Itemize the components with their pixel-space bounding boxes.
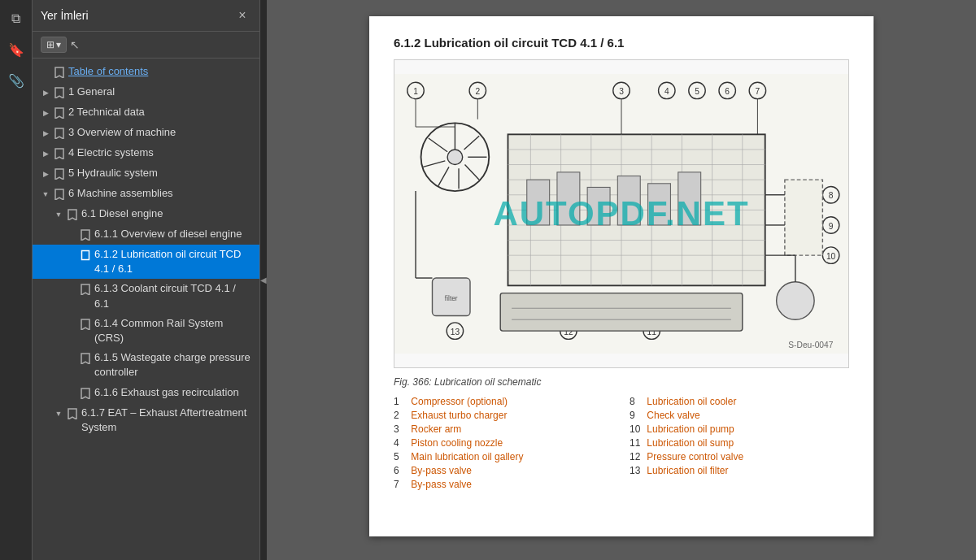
- tree-item-1-general[interactable]: 1 General: [33, 82, 259, 102]
- item-3-label: 3 Overview of machine: [68, 125, 253, 140]
- tree-item-6-assemblies[interactable]: 6 Machine assemblies: [33, 184, 259, 204]
- legend-item: 5 Main lubrication oil gallery: [394, 451, 613, 462]
- expand-icon-3: [39, 126, 52, 141]
- svg-text:9: 9: [829, 222, 834, 231]
- cursor-icon: ↖: [70, 38, 80, 51]
- no-expand-icon-6.1.3: [65, 282, 78, 297]
- no-expand-icon: [39, 65, 52, 80]
- bookmark-icon-4: [54, 146, 65, 161]
- svg-text:S-Deu-0047: S-Deu-0047: [788, 341, 833, 349]
- svg-text:6: 6: [725, 87, 730, 96]
- tree-item-6.1.6-exhaust[interactable]: 6.1.6 Exhaust gas recirculation: [33, 383, 259, 403]
- svg-text:4: 4: [664, 87, 669, 96]
- tree-item-2-technical[interactable]: 2 Technical data: [33, 102, 259, 123]
- tree-item-4-electric[interactable]: 4 Electric systems: [33, 143, 259, 163]
- resize-handle[interactable]: [260, 0, 267, 560]
- bookmark-icon-3: [54, 126, 65, 141]
- svg-text:3: 3: [619, 87, 624, 96]
- svg-text:10: 10: [826, 252, 836, 261]
- item-1-label: 1 General: [68, 85, 253, 99]
- tree-item-6.1.5-wastegate[interactable]: 6.1.5 Wastegate charge pressure controll…: [33, 348, 259, 382]
- legend-item: 6 By-pass valve: [394, 465, 613, 476]
- attachment-icon-btn[interactable]: 📎: [4, 68, 28, 93]
- bookmark-nav-icon: 🔖: [8, 42, 24, 58]
- pages-icon-btn[interactable]: ⧉: [4, 7, 28, 31]
- svg-rect-62: [785, 180, 823, 255]
- item-5-label: 5 Hydraulic system: [68, 166, 253, 180]
- legend-item: 8 Lubrication oil cooler: [630, 396, 849, 407]
- expand-icon-2: [39, 106, 52, 120]
- expand-icon-6: [39, 187, 52, 202]
- bookmarks-tree[interactable]: Table of contents 1 General 2 Technical …: [33, 59, 259, 560]
- tree-item-5-hydraulic[interactable]: 5 Hydraulic system: [33, 163, 259, 184]
- item-6.1.4-label: 6.1.4 Common Rail System (CRS): [94, 316, 253, 345]
- section-title: 6.1.2 Lubrication oil circuit TCD 4.1 / …: [394, 36, 849, 50]
- legend-item: 2 Exhaust turbo charger: [394, 410, 613, 421]
- bookmark-icon-6.1.1: [80, 228, 91, 242]
- item-6.1.1-label: 6.1.1 Overview of diesel engine: [94, 227, 253, 241]
- tree-item-toc[interactable]: Table of contents: [33, 62, 259, 82]
- bookmark-icon-1: [54, 85, 65, 100]
- svg-rect-65: [500, 293, 743, 332]
- svg-point-29: [447, 150, 463, 165]
- pages-icon: ⧉: [11, 11, 20, 26]
- no-expand-icon-6.1.2: [65, 248, 78, 263]
- sidebar-panel: Yer İmleri × ⊞ ▾ ↖ Table of contents 1 G…: [33, 0, 260, 560]
- svg-text:filter: filter: [445, 294, 458, 302]
- legend-item: 4 Piston cooling nozzle: [394, 437, 613, 449]
- svg-text:5: 5: [695, 87, 699, 96]
- legend-item: 11 Lubrication oil sump: [630, 437, 849, 449]
- bookmark-icon-5: [54, 167, 65, 181]
- legend-item: 13 Lubrication oil filter: [630, 465, 849, 476]
- tree-item-6.1.4-crs[interactable]: 6.1.4 Common Rail System (CRS): [33, 314, 259, 348]
- bookmark-icon-6.1.6: [80, 386, 91, 401]
- svg-point-68: [777, 282, 815, 320]
- bookmark-icon-toc: [54, 65, 65, 80]
- bookmark-icon-6.1: [67, 207, 78, 222]
- main-content: 6.1.2 Lubrication oil circuit TCD 4.1 / …: [267, 0, 976, 560]
- tree-item-6.1-diesel[interactable]: 6.1 Diesel engine: [33, 204, 259, 224]
- item-6-label: 6 Machine assemblies: [68, 186, 253, 201]
- legend-item: 7 By-pass valve: [394, 479, 613, 490]
- expand-grid-icon: ⊞: [46, 39, 54, 50]
- tree-item-6.1.3-coolant[interactable]: 6.1.3 Coolant circuit TCD 4.1 / 6.1: [33, 279, 259, 313]
- expand-toolbar-button[interactable]: ⊞ ▾: [41, 37, 67, 53]
- diagram-container: AUTOPDF.NET 1 2 3 4 5 6 7: [394, 59, 849, 368]
- bookmark-icon-2: [54, 106, 65, 120]
- svg-rect-0: [82, 251, 89, 260]
- bookmark-icon-6.1.3: [80, 282, 91, 297]
- legend-list: 1 Compressor (optional)2 Exhaust turbo c…: [394, 396, 849, 490]
- no-expand-icon-6.1.1: [65, 228, 78, 242]
- item-4-label: 4 Electric systems: [68, 145, 253, 160]
- bookmark-icon-6: [54, 187, 65, 202]
- expand-icon-1: [39, 85, 52, 100]
- bookmark-icon-btn[interactable]: 🔖: [4, 37, 28, 62]
- svg-text:2: 2: [475, 87, 480, 96]
- tree-item-3-overview[interactable]: 3 Overview of machine: [33, 123, 259, 143]
- tree-item-6.1.2-lubrication[interactable]: 6.1.2 Lubrication oil circuit TCD 4.1 / …: [33, 245, 259, 279]
- bookmark-icon-6.1.2: [80, 248, 91, 263]
- fig-caption: Fig. 366: Lubrication oil schematic: [394, 376, 849, 388]
- toc-label: Table of contents: [68, 64, 253, 79]
- icon-bar: ⧉ 🔖 📎: [0, 0, 33, 560]
- legend-item: 9 Check valve: [630, 410, 849, 421]
- sidebar-toolbar: ⊞ ▾ ↖: [33, 32, 259, 59]
- item-6.1.3-label: 6.1.3 Coolant circuit TCD 4.1 / 6.1: [94, 281, 253, 310]
- legend-item: 3 Rocker arm: [394, 423, 613, 435]
- no-expand-icon-6.1.4: [65, 317, 78, 332]
- item-6.1.5-label: 6.1.5 Wastegate charge pressure controll…: [94, 350, 253, 380]
- tree-item-6.1.1-overview[interactable]: 6.1.1 Overview of diesel engine: [33, 224, 259, 245]
- sidebar-title: Yer İmleri: [41, 9, 89, 22]
- item-6.1.6-label: 6.1.6 Exhaust gas recirculation: [94, 385, 253, 400]
- attachment-icon: 📎: [8, 73, 24, 89]
- no-expand-icon-6.1.6: [65, 386, 78, 401]
- expand-icon-6.1: [52, 207, 65, 222]
- tree-item-6.1.7-eat[interactable]: 6.1.7 EAT – Exhaust Aftertreatment Syste…: [33, 403, 259, 437]
- item-2-label: 2 Technical data: [68, 105, 253, 119]
- expand-arrow-icon: ▾: [56, 39, 61, 50]
- close-button[interactable]: ×: [233, 7, 251, 24]
- svg-text:13: 13: [451, 328, 460, 336]
- bookmark-icon-6.1.7: [67, 406, 78, 421]
- svg-text:1: 1: [413, 87, 418, 96]
- svg-text:7: 7: [756, 87, 760, 96]
